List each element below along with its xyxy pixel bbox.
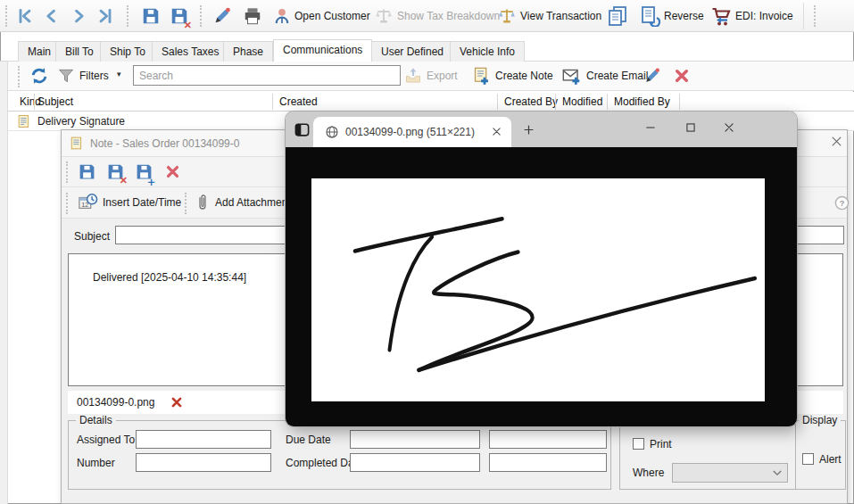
save-icon (141, 6, 161, 26)
attachment-name[interactable]: 00134099-0.png (77, 396, 154, 409)
page-frame (0, 62, 8, 504)
tab-vehicle-info[interactable]: Vehicle Info (450, 41, 525, 62)
window-close-button[interactable] (723, 121, 739, 137)
edi-invoice-button[interactable] (710, 5, 732, 29)
subject-lookup-icon[interactable] (803, 228, 841, 244)
delete-note-button[interactable] (674, 68, 690, 87)
note-save-close-button[interactable]: ✕ (106, 162, 125, 184)
note-save-new-button[interactable]: ＋ (135, 162, 153, 184)
where-select[interactable] (672, 463, 788, 483)
row-subject[interactable]: Delivery Signature (37, 115, 125, 128)
last-record-button[interactable] (96, 7, 114, 28)
edit-button[interactable] (212, 6, 232, 29)
create-email-button[interactable] (561, 67, 582, 88)
open-customer-label[interactable]: Open Customer (294, 10, 370, 22)
last-record-icon (96, 7, 114, 25)
remove-attachment-button[interactable] (170, 396, 183, 411)
show-tax-breakdown-button[interactable] (375, 6, 393, 29)
reverse-button[interactable] (639, 5, 660, 29)
due-time-input[interactable]: : AM (489, 430, 607, 449)
first-record-icon (16, 7, 34, 25)
due-date-label: Due Date (286, 434, 331, 446)
create-note-button[interactable] (472, 66, 491, 89)
open-customer-button[interactable] (273, 6, 291, 29)
assigned-to-input[interactable] (136, 430, 271, 449)
tab-sales-taxes[interactable]: Sales Taxes (152, 41, 228, 62)
column-separator (272, 94, 273, 110)
alert-checkbox[interactable] (802, 453, 814, 465)
view-transaction-button[interactable] (498, 6, 516, 29)
completed-date-lookup-icon[interactable] (435, 456, 477, 472)
completed-date-input[interactable]: 2025-04-10 (350, 453, 480, 472)
help-button[interactable]: ? (834, 195, 850, 213)
tab-phase[interactable]: Phase (223, 41, 273, 62)
next-record-button[interactable] (70, 7, 87, 28)
tab-bill-to[interactable]: Bill To (55, 41, 104, 62)
subject-label: Subject (74, 230, 110, 243)
completed-time-input[interactable]: 02:35 PM (489, 453, 607, 472)
edi-invoice-label[interactable]: EDI: Invoice (735, 10, 793, 22)
column-modified[interactable]: Modified (562, 95, 602, 108)
save-button[interactable] (141, 6, 161, 29)
filters-dropdown-caret-icon[interactable]: ▾ (117, 70, 121, 78)
column-subject[interactable]: Subject (37, 95, 73, 108)
export-button[interactable] (404, 67, 422, 87)
column-modified-by[interactable]: Modified By (614, 95, 670, 108)
note-dialog-title: Note - Sales Order 00134099-0 (90, 137, 239, 150)
insert-datetime-label[interactable]: Insert Date/Time (103, 196, 181, 209)
search-input[interactable] (133, 65, 401, 86)
viewer-titlebar[interactable]: 00134099-0.png (511×221) (286, 112, 797, 147)
insert-datetime-button[interactable]: 12 (78, 193, 98, 215)
tab-communications[interactable]: Communications (273, 39, 372, 62)
due-date-lookup-icon[interactable] (435, 433, 477, 449)
tab-layout-icon[interactable] (294, 121, 311, 141)
view-transaction-label[interactable]: View Transaction (520, 10, 601, 22)
print-checkbox[interactable] (633, 438, 644, 450)
add-attachment-button[interactable] (195, 193, 210, 215)
create-email-label[interactable]: Create Email (586, 70, 648, 82)
copy-button[interactable] (607, 5, 628, 29)
toolbar-grip (5, 5, 8, 27)
next-record-icon (70, 7, 87, 25)
tab-user-defined[interactable]: User Defined (371, 41, 453, 62)
add-attachment-label[interactable]: Add Attachment (215, 196, 291, 209)
edit-note-button[interactable] (643, 67, 661, 87)
show-tax-breakdown-label[interactable]: Show Tax Breakdown (397, 10, 500, 22)
new-tab-button[interactable] (523, 124, 535, 138)
minimize-button[interactable] (644, 121, 660, 137)
delete-x-icon (165, 164, 180, 179)
help-icon: ? (834, 195, 850, 211)
viewer-active-tab[interactable]: 00134099-0.png (511×221) (313, 117, 511, 147)
due-date-input[interactable]: - - (350, 430, 480, 449)
previous-record-button[interactable] (43, 7, 61, 28)
plus-badge-icon: ＋ (145, 177, 157, 186)
create-note-label[interactable]: Create Note (495, 70, 553, 82)
filters-label[interactable]: Filters (79, 70, 109, 82)
column-created[interactable]: Created (279, 95, 318, 108)
refresh-button[interactable] (29, 66, 49, 88)
reverse-label[interactable]: Reverse (664, 10, 704, 22)
filters-button[interactable] (57, 67, 75, 87)
image-viewer-window: 00134099-0.png (511×221) (286, 112, 797, 426)
delete-x-icon (170, 396, 183, 409)
paperclip-icon (195, 193, 210, 212)
previous-record-icon (43, 7, 61, 25)
tab-ship-to[interactable]: Ship To (100, 41, 155, 62)
tab-close-button[interactable] (492, 127, 502, 139)
assigned-to-lookup-icon[interactable] (226, 433, 269, 449)
note-cancel-button[interactable] (165, 164, 180, 182)
first-record-button[interactable] (16, 7, 34, 28)
export-label[interactable]: Export (427, 70, 458, 82)
note-save-button[interactable] (78, 162, 96, 184)
print-button[interactable] (243, 6, 262, 29)
maximize-button[interactable] (684, 121, 701, 137)
number-input[interactable]: 0.000 (136, 453, 271, 472)
column-created-by[interactable]: Created By (504, 95, 558, 108)
signature-image[interactable] (311, 178, 765, 401)
viewer-content (286, 147, 797, 426)
save-close-button[interactable]: ✕ (170, 6, 189, 29)
copy-icon (607, 5, 628, 27)
tab-main[interactable]: Main (18, 41, 61, 62)
column-separator (34, 94, 35, 110)
dialog-close-button[interactable] (831, 136, 842, 150)
